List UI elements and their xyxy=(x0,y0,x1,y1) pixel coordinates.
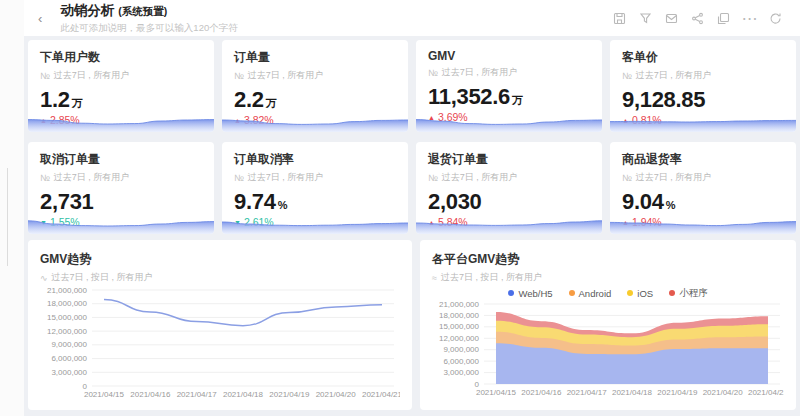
metric-card-return-orders[interactable]: 退货订单量 №过去7日 , 所有用户 2,030 ▲5.84% xyxy=(416,142,602,234)
sparkline-chart xyxy=(416,214,602,234)
svg-text:6,000,000: 6,000,000 xyxy=(443,357,479,366)
svg-text:15,000,000: 15,000,000 xyxy=(47,313,88,322)
metric-card-return-rate[interactable]: 商品退货率 №过去7日 , 所有用户 9.04% ▲1.94% xyxy=(610,142,796,234)
svg-text:2021/04/17: 2021/04/17 xyxy=(177,390,218,399)
rail-divider xyxy=(7,168,8,266)
page-subtitle: 此处可添加说明，最多可以输入120个字符 xyxy=(60,22,237,35)
page-header: ‹ 动销分析 (系统预置) 此处可添加说明，最多可以输入120个字符 ⋯ xyxy=(24,0,800,36)
svg-text:2021/04/17: 2021/04/17 xyxy=(567,388,608,397)
metric-unit: 万 xyxy=(72,97,83,109)
metric-title: 退货订单量 xyxy=(428,151,590,168)
metric-card-order-count[interactable]: 订单量 №过去7日 , 所有用户 2.2万 ▲3.82% xyxy=(222,40,408,132)
svg-text:12,000,000: 12,000,000 xyxy=(47,327,88,336)
svg-text:2021/04/16: 2021/04/16 xyxy=(521,388,562,397)
metric-value: 2,731 xyxy=(40,189,94,214)
filter-icon[interactable] xyxy=(639,12,652,25)
back-icon[interactable]: ‹ xyxy=(38,12,42,25)
svg-text:2021/04/20: 2021/04/20 xyxy=(703,388,744,397)
svg-text:2021/04/16: 2021/04/16 xyxy=(130,390,171,399)
metric-card-cancelled-orders[interactable]: 取消订单量 №过去7日 , 所有用户 2,731 ▼1.55% xyxy=(28,142,214,234)
title-block: 动销分析 (系统预置) 此处可添加说明，最多可以输入120个字符 xyxy=(60,2,237,35)
metric-title: 订单量 xyxy=(234,49,396,66)
refresh-icon[interactable] xyxy=(769,12,782,25)
gmv-trend-card[interactable]: GMV趋势 ∿过去7日 , 按日 , 所有用户 03,000,0006,000,… xyxy=(28,240,412,410)
sparkline-chart xyxy=(610,112,796,132)
svg-text:2021/04/19: 2021/04/19 xyxy=(657,388,698,397)
number-metric-icon: № xyxy=(40,173,50,183)
svg-text:2021/04/15: 2021/04/15 xyxy=(84,390,125,399)
export-icon[interactable] xyxy=(717,12,730,25)
metric-title: 取消订单量 xyxy=(40,151,202,168)
metric-title: 订单取消率 xyxy=(234,151,396,168)
more-icon[interactable]: ⋯ xyxy=(743,12,756,25)
svg-text:3,000,000: 3,000,000 xyxy=(51,368,87,377)
platform-gmv-trend-card[interactable]: 各平台GMV趋势 ≈过去7日 , 按日 , 所有用户 Web/H5Android… xyxy=(420,240,796,410)
svg-text:2021/04/21: 2021/04/21 xyxy=(362,390,400,399)
legend-item[interactable]: Android xyxy=(569,288,612,299)
metric-period: 过去7日 , 所有用户 xyxy=(442,171,518,184)
metric-value: 9.04 xyxy=(622,189,664,214)
mail-icon[interactable] xyxy=(665,12,678,25)
svg-text:2021/04/19: 2021/04/19 xyxy=(269,390,310,399)
chart-period: 过去7日 , 按日 , 所有用户 xyxy=(441,271,542,284)
svg-text:18,000,000: 18,000,000 xyxy=(47,299,88,308)
svg-text:6,000,000: 6,000,000 xyxy=(51,354,87,363)
legend-item[interactable]: iOS xyxy=(627,288,653,299)
metric-value: 9.74 xyxy=(234,189,276,214)
metric-cards-grid: 下单用户数 №过去7日 , 所有用户 1.2万 ▲2.85% 订单量 №过去7日… xyxy=(28,40,796,234)
svg-text:2021/04/18: 2021/04/18 xyxy=(612,388,653,397)
svg-text:21,000,000: 21,000,000 xyxy=(47,286,88,295)
metric-value: 1.2 xyxy=(40,87,70,112)
page-title: 动销分析 xyxy=(60,2,114,20)
metric-value: 9,128.85 xyxy=(622,87,705,112)
number-metric-icon: № xyxy=(622,71,632,81)
svg-text:9,000,000: 9,000,000 xyxy=(51,340,87,349)
chart-title: 各平台GMV趋势 xyxy=(432,251,784,268)
metric-card-gmv[interactable]: GMV №过去7日 , 所有用户 11,352.6万 ▲3.69% xyxy=(416,40,602,132)
svg-text:15,000,000: 15,000,000 xyxy=(439,322,480,331)
svg-text:2021/04/20: 2021/04/20 xyxy=(316,390,357,399)
metric-unit: % xyxy=(278,199,287,211)
charts-row: GMV趋势 ∿过去7日 , 按日 , 所有用户 03,000,0006,000,… xyxy=(28,240,796,410)
svg-text:18,000,000: 18,000,000 xyxy=(439,311,480,320)
metric-period: 过去7日 , 所有用户 xyxy=(636,69,712,82)
metric-title: 下单用户数 xyxy=(40,49,202,66)
svg-text:9,000,000: 9,000,000 xyxy=(443,345,479,354)
metric-period: 过去7日 , 所有用户 xyxy=(54,171,130,184)
metric-value: 11,352.6 xyxy=(428,84,510,109)
sparkline-chart xyxy=(610,214,796,234)
sparkline-chart xyxy=(28,112,214,132)
chart-legend: Web/H5AndroidiOS小程序 xyxy=(432,286,784,300)
svg-text:2021/04/21: 2021/04/21 xyxy=(748,388,784,397)
metric-title: 客单价 xyxy=(622,49,784,66)
chart-period: 过去7日 , 按日 , 所有用户 xyxy=(52,271,153,284)
left-rail xyxy=(0,0,24,416)
save-icon[interactable] xyxy=(613,12,626,25)
number-metric-icon: № xyxy=(234,71,244,81)
legend-item[interactable]: 小程序 xyxy=(669,287,708,300)
line-chart-icon: ∿ xyxy=(40,273,48,283)
metric-period: 过去7日 , 所有用户 xyxy=(442,66,518,79)
number-metric-icon: № xyxy=(234,173,244,183)
area-chart-icon: ≈ xyxy=(432,273,437,283)
svg-text:2021/04/18: 2021/04/18 xyxy=(223,390,264,399)
share-icon[interactable] xyxy=(691,12,704,25)
metric-value: 2,030 xyxy=(428,189,482,214)
toolbar: ⋯ xyxy=(613,12,782,25)
sparkline-chart xyxy=(28,214,214,234)
metric-card-cancel-rate[interactable]: 订单取消率 №过去7日 , 所有用户 9.74% ▼2.61% xyxy=(222,142,408,234)
metric-card-order-users[interactable]: 下单用户数 №过去7日 , 所有用户 1.2万 ▲2.85% xyxy=(28,40,214,132)
gmv-trend-line-chart: 03,000,0006,000,0009,000,00012,000,00015… xyxy=(40,284,400,400)
metric-value: 2.2 xyxy=(234,87,264,112)
sparkline-chart xyxy=(222,112,408,132)
number-metric-icon: № xyxy=(622,173,632,183)
number-metric-icon: № xyxy=(428,173,438,183)
svg-text:2021/04/15: 2021/04/15 xyxy=(476,388,517,397)
metric-card-avg-order-value[interactable]: 客单价 №过去7日 , 所有用户 9,128.85 ▲0.81% xyxy=(610,40,796,132)
metric-period: 过去7日 , 所有用户 xyxy=(54,69,130,82)
page-badge: (系统预置) xyxy=(118,5,167,19)
legend-item[interactable]: Web/H5 xyxy=(508,288,552,299)
metric-period: 过去7日 , 所有用户 xyxy=(248,69,324,82)
metric-title: GMV xyxy=(428,49,590,63)
platform-gmv-stacked-area-chart: 03,000,0006,000,0009,000,00012,000,00015… xyxy=(432,300,784,398)
